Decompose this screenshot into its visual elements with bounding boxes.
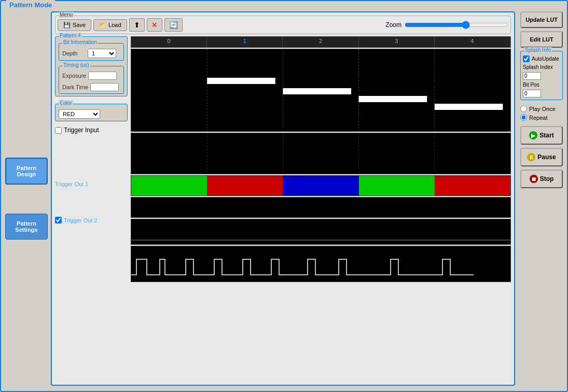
- stop-icon: ⏹: [530, 175, 538, 183]
- start-button[interactable]: ▶ Start: [520, 126, 563, 145]
- repeat-label: Repeat: [529, 115, 547, 121]
- bit-info-group: Bit Information Depth 1 2 4 8: [59, 43, 124, 61]
- play-once-radio[interactable]: [520, 105, 527, 112]
- edit-lut-button[interactable]: Edit LUT: [520, 31, 563, 48]
- color-seg-blue1: [283, 176, 358, 195]
- bit-pos-row: Bit Pos: [523, 82, 560, 88]
- save-icon: 💾: [63, 22, 71, 29]
- trigger-out2-checkbox[interactable]: [55, 217, 62, 223]
- bit-info-label: Bit Information: [62, 39, 98, 45]
- stop-button[interactable]: ⏹ Stop: [520, 170, 563, 188]
- pattern-title: Pattern 4: [59, 33, 82, 38]
- col-4: 4: [435, 37, 510, 47]
- repeat-radio[interactable]: [520, 114, 527, 121]
- pause-button[interactable]: ⏸ Pause: [520, 148, 563, 166]
- bit-pos-value-row: [523, 90, 560, 97]
- col-0: 0: [131, 37, 207, 47]
- color-seg-red2: [435, 176, 510, 195]
- auto-update-row: AutoUpdate: [523, 55, 560, 62]
- right-panel: Update LUT Edit LUT Splash Info AutoUpda…: [518, 8, 565, 389]
- delete-button[interactable]: ✕: [147, 18, 162, 32]
- bit-pattern-display: [131, 49, 511, 132]
- playback-mode-group: Play Once Repeat: [520, 103, 563, 123]
- dark-time-input[interactable]: 0: [90, 83, 119, 91]
- svg-rect-4: [207, 78, 275, 84]
- color-seg-green2: [359, 176, 435, 195]
- zoom-slider[interactable]: [405, 21, 508, 29]
- pattern-info: Pattern 4 Bit Information Depth 1 2 4 8: [55, 36, 128, 96]
- middle-black-area: [131, 133, 511, 174]
- color-bar-display: [131, 175, 511, 196]
- col-1: 1: [207, 37, 283, 47]
- auto-update-checkbox[interactable]: [523, 55, 530, 62]
- timing-group: Timing (us) Exposure 18000 Dark Time 0: [59, 66, 124, 94]
- trigger-input-checkbox[interactable]: [55, 127, 62, 134]
- color-group: Color RED GREEN BLUE: [55, 104, 128, 121]
- trigger-out2-display: [131, 246, 511, 282]
- splash-index-row: Splash Index: [523, 64, 560, 70]
- play-once-label: Play Once: [529, 106, 556, 112]
- play-once-row: Play Once: [520, 105, 563, 112]
- pattern-canvas-area: 0 1 2 3 4: [131, 36, 511, 382]
- trigger-input-row: Trigger Input: [55, 124, 128, 136]
- col-3: 3: [359, 37, 435, 47]
- color-seg-green1: [131, 176, 207, 195]
- splash-info-label: Splash Info: [524, 47, 552, 53]
- save-button[interactable]: 💾 Save: [58, 19, 91, 31]
- splash-index-label: Splash Index: [523, 64, 553, 70]
- copy-button[interactable]: ⬆: [129, 18, 145, 32]
- dark-time-label: Dark Time: [62, 84, 88, 90]
- menu-bar: Menu 💾 Save 📂 Load ⬆ ✕ 🔄 Zoom: [55, 16, 511, 34]
- color-seg-red1: [207, 176, 283, 195]
- trigger-out1-label: Trigger Out 1: [55, 181, 88, 187]
- trigger-out2-row: Trigger Out 2: [55, 217, 128, 223]
- design-area: Pattern 4 Bit Information Depth 1 2 4 8: [55, 36, 511, 382]
- color-select[interactable]: RED GREEN BLUE: [59, 109, 100, 119]
- center-panel: Menu 💾 Save 📂 Load ⬆ ✕ 🔄 Zoom: [51, 11, 515, 386]
- splash-info-box: Splash Info AutoUpdate Splash Index Bit …: [520, 51, 563, 100]
- left-sidebar: Pattern Design Pattern Settings: [3, 8, 50, 389]
- bit-pos-label: Bit Pos: [523, 82, 539, 88]
- main-window: Pattern Mode Pattern Design Pattern Sett…: [0, 0, 568, 392]
- update-lut-button[interactable]: Update LUT: [520, 11, 563, 28]
- trigger-out2-label: Trigger Out 2: [64, 217, 97, 223]
- splash-index-input[interactable]: [523, 72, 541, 80]
- load-button[interactable]: 📂 Load: [93, 19, 127, 31]
- depth-label: Depth: [62, 50, 86, 57]
- depth-select[interactable]: 1 2 4 8: [88, 49, 116, 58]
- lower-black-area: [131, 197, 511, 218]
- splash-index-value-row: [523, 72, 560, 80]
- bit-pos-input[interactable]: [523, 90, 541, 97]
- pattern-design-btn[interactable]: Pattern Design: [5, 158, 48, 185]
- window-title: Pattern Mode: [6, 0, 55, 10]
- svg-rect-6: [359, 96, 427, 102]
- pattern-settings-btn[interactable]: Pattern Settings: [5, 214, 48, 240]
- trigger-input-label: Trigger Input: [64, 127, 99, 134]
- auto-update-label: AutoUpdate: [532, 56, 559, 62]
- col-2: 2: [283, 37, 358, 47]
- pattern-header: 0 1 2 3 4: [131, 36, 511, 48]
- controls-panel: Pattern 4 Bit Information Depth 1 2 4 8: [55, 36, 128, 382]
- refresh-button[interactable]: 🔄: [164, 18, 183, 32]
- repeat-row: Repeat: [520, 114, 563, 121]
- zoom-area: Zoom: [385, 21, 508, 29]
- exposure-label: Exposure: [62, 73, 86, 79]
- load-icon: 📂: [99, 22, 106, 29]
- svg-rect-5: [283, 88, 351, 94]
- timing-label: Timing (us): [62, 62, 90, 68]
- menu-label: Menu: [59, 12, 74, 18]
- start-icon: ▶: [529, 131, 537, 139]
- svg-rect-7: [435, 104, 503, 110]
- color-label: Color: [59, 100, 73, 106]
- zoom-label: Zoom: [385, 21, 401, 29]
- exposure-input[interactable]: 18000: [88, 72, 117, 80]
- pause-icon: ⏸: [527, 153, 535, 161]
- trigger-out1-display: [131, 219, 511, 245]
- bit-pattern-svg: [131, 49, 510, 131]
